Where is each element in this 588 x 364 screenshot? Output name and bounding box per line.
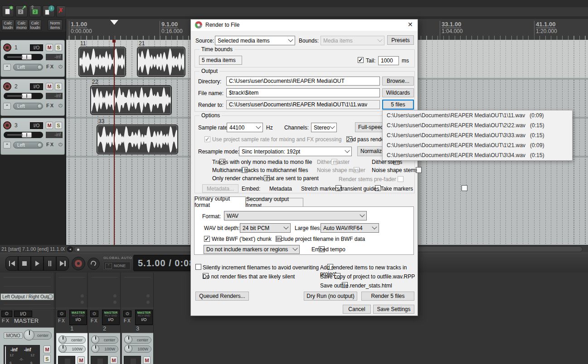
master-mute-button[interactable]: M xyxy=(44,345,51,353)
mute-button[interactable]: M xyxy=(143,356,151,364)
save-settings-button[interactable]: Save Settings xyxy=(373,305,414,314)
sample-rate-select[interactable]: 44100 xyxy=(227,123,263,132)
io-button[interactable]: I/O xyxy=(30,83,43,90)
go-to-end-button[interactable] xyxy=(56,256,69,271)
track-panel-1[interactable]: 1 I/O M S -inf ⌃ Left FX ⏻ xyxy=(0,40,65,77)
tail-checkbox[interactable] xyxy=(358,57,364,63)
fader-cap[interactable] xyxy=(131,359,136,364)
fold-button[interactable]: ⌃ xyxy=(3,64,11,71)
render-button[interactable]: Render 5 files xyxy=(361,292,414,301)
solo-button[interactable]: S xyxy=(55,122,62,129)
fx-button[interactable]: FX xyxy=(91,318,98,323)
presets-button[interactable]: Presets xyxy=(387,35,414,45)
mute-button[interactable]: M xyxy=(110,356,117,364)
record-arm-button[interactable] xyxy=(3,121,11,129)
directory-input[interactable]: C:\Users\user\Documents\REAPER Media\OUT xyxy=(226,77,380,86)
fx-button[interactable]: FX xyxy=(46,64,54,69)
file-list-item[interactable]: C:\Users\user\Documents\REAPER Media\OUT… xyxy=(383,110,572,120)
track-panel-3[interactable]: 3 I/O M S -inf ⌃ Left FX ⏻ xyxy=(0,118,65,155)
file-list-item[interactable]: C:\Users\user\Documents\REAPER Media\OUT… xyxy=(383,150,572,160)
silently-increment-checkbox[interactable] xyxy=(195,264,201,270)
close-icon[interactable]: ✕ xyxy=(408,21,413,28)
power-icon[interactable]: ⏻ xyxy=(58,142,63,148)
routing-block[interactable]: MASTER RCV SND I/O xyxy=(135,310,153,325)
pan-knob[interactable] xyxy=(91,335,99,344)
media-item-33[interactable]: 33 xyxy=(97,125,178,154)
tab-primary-output[interactable]: Primary output format xyxy=(194,196,246,207)
bitdepth-select[interactable]: 24 bit PCM xyxy=(240,223,291,233)
record-arm-button[interactable] xyxy=(3,82,11,91)
width-knob[interactable] xyxy=(58,345,67,353)
record-arm-button[interactable] xyxy=(3,43,11,52)
master-meter[interactable]: -inf -inf 12 12 -6- 6 6 xyxy=(4,345,40,364)
width-knob[interactable] xyxy=(91,345,99,353)
fader-well[interactable] xyxy=(91,356,108,364)
record-button[interactable] xyxy=(72,257,85,270)
mute-button[interactable]: M xyxy=(46,44,53,51)
mixer-strip-1[interactable]: ⏻ FX MASTER RCV SND I/O 1 center 100W M xyxy=(55,273,87,364)
mute-button[interactable]: M xyxy=(46,122,53,129)
repeat-button[interactable] xyxy=(87,258,100,270)
mixer-strip-3[interactable]: ⏻ FX MASTER RCV SND I/O 3 center 100W M xyxy=(121,273,154,364)
power-icon[interactable]: ⏻ xyxy=(58,64,63,70)
routing-block[interactable]: MASTER RCV SND I/O xyxy=(69,310,87,325)
normalize-items-button[interactable]: Norm items xyxy=(48,19,63,31)
io-button[interactable]: I/O xyxy=(30,44,43,51)
project-info-button[interactable]: i xyxy=(43,5,55,17)
scroll-left-button[interactable]: ◂ xyxy=(67,246,73,252)
fold-button[interactable]: ⌃ xyxy=(3,142,11,148)
queued-renders-button[interactable]: Queued Renders... xyxy=(195,292,249,301)
fx-button[interactable]: FX xyxy=(46,142,54,147)
volume-fader[interactable] xyxy=(4,132,43,138)
mute-button[interactable]: M xyxy=(78,356,85,364)
solo-button[interactable]: S xyxy=(55,83,62,90)
playhead-line[interactable] xyxy=(114,40,115,245)
master-io-button[interactable]: I/O xyxy=(14,311,32,317)
play-button[interactable] xyxy=(31,256,44,271)
solo-button[interactable]: S xyxy=(55,44,62,51)
filename-input[interactable]: $track\$item xyxy=(226,88,380,97)
save-project-button[interactable]: 2 ⇧ xyxy=(29,5,41,17)
fader-cap[interactable] xyxy=(65,359,70,364)
master-fx-button[interactable]: FX xyxy=(2,318,10,323)
volume-fader[interactable] xyxy=(4,93,43,99)
power-button[interactable]: ⏻ xyxy=(90,311,98,317)
media-item-11[interactable]: 11 xyxy=(78,47,126,77)
source-select[interactable]: Selected media items xyxy=(215,36,295,45)
pause-button[interactable] xyxy=(44,256,56,271)
pan-knob[interactable] xyxy=(58,335,67,344)
format-select[interactable]: WAV xyxy=(224,211,367,220)
files-dropdown-button[interactable]: 5 files xyxy=(382,100,414,110)
browse-button[interactable]: Browse... xyxy=(382,77,414,86)
fx-button[interactable]: FX xyxy=(58,318,66,323)
media-item-22[interactable]: 22 xyxy=(90,85,172,115)
calc-loudness-2-button[interactable]: Calc loudn xyxy=(29,19,42,31)
power-button[interactable]: ⏻ xyxy=(123,311,131,317)
dialog-titlebar[interactable]: Render to File ✕ xyxy=(191,19,418,31)
markers-select[interactable]: Do not include markers or regions xyxy=(204,245,300,254)
fader-well[interactable] xyxy=(124,356,141,364)
stop-button[interactable] xyxy=(18,256,31,271)
calc-loudness-button[interactable]: Calc loudn xyxy=(1,19,15,31)
volume-fader[interactable] xyxy=(4,54,43,60)
bwf-checkbox[interactable] xyxy=(204,236,210,242)
fold-button[interactable]: ⌃ xyxy=(3,103,11,110)
pan-knob[interactable] xyxy=(124,335,132,344)
mixer-strip-2[interactable]: ⏻ FX MASTER RCV SND I/O 2 center 100W M xyxy=(88,273,121,364)
embed-take-markers-checkbox[interactable] xyxy=(462,185,467,191)
wildcards-button[interactable]: Wildcards xyxy=(382,88,414,97)
media-item-21[interactable]: 21 xyxy=(137,47,185,77)
routing-block[interactable]: MASTER RCV SND I/O xyxy=(102,310,120,325)
master-pan-knob[interactable] xyxy=(24,330,34,340)
power-button[interactable]: ⏻ xyxy=(58,311,66,317)
largefiles-select[interactable]: Auto WAV/RF64 xyxy=(321,223,379,233)
master-solo-button[interactable]: S xyxy=(44,355,51,363)
cancel-button[interactable]: Cancel xyxy=(343,305,371,314)
global-auto-button[interactable]: ⌃ NONE xyxy=(103,262,131,270)
mono-button[interactable]: MONO xyxy=(4,332,23,339)
width-knob[interactable] xyxy=(124,345,132,353)
resample-select[interactable]: Sinc Interpolation: 192pt xyxy=(239,147,352,156)
channels-select[interactable]: Stereo xyxy=(311,123,337,132)
master-power-button[interactable]: ⏻ xyxy=(1,311,12,317)
file-list-item[interactable]: C:\Users\user\Documents\REAPER Media\OUT… xyxy=(383,120,572,130)
